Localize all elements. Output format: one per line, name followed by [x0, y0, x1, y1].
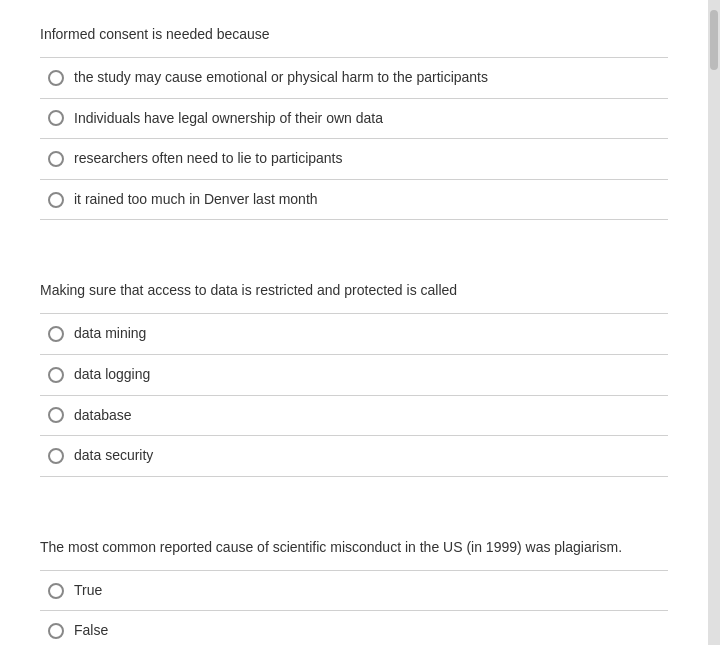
- radio-2-4[interactable]: [48, 448, 64, 464]
- option-item-1-3[interactable]: researchers often need to lie to partici…: [40, 139, 668, 180]
- option-label-1-4: it rained too much in Denver last month: [74, 190, 318, 210]
- option-label-2-3: database: [74, 406, 132, 426]
- gap-1: [40, 252, 668, 280]
- question-text-1: Informed consent is needed because: [40, 24, 668, 45]
- option-label-2-4: data security: [74, 446, 153, 466]
- option-label-3-1: True: [74, 581, 102, 601]
- radio-2-3[interactable]: [48, 407, 64, 423]
- radio-1-1[interactable]: [48, 70, 64, 86]
- content-area: Informed consent is needed because the s…: [0, 0, 708, 645]
- question-block-3: The most common reported cause of scient…: [40, 537, 668, 645]
- question-block-2: Making sure that access to data is restr…: [40, 280, 668, 476]
- option-item-1-2[interactable]: Individuals have legal ownership of thei…: [40, 99, 668, 140]
- question-block-1: Informed consent is needed because the s…: [40, 24, 668, 220]
- radio-1-3[interactable]: [48, 151, 64, 167]
- option-list-3: True False: [40, 570, 668, 645]
- option-label-3-2: False: [74, 621, 108, 641]
- option-list-1: the study may cause emotional or physica…: [40, 57, 668, 220]
- scrollbar-track[interactable]: [708, 0, 720, 645]
- option-label-1-3: researchers often need to lie to partici…: [74, 149, 343, 169]
- option-item-2-1[interactable]: data mining: [40, 314, 668, 355]
- question-text-3: The most common reported cause of scient…: [40, 537, 668, 558]
- option-list-2: data mining data logging database data s…: [40, 313, 668, 476]
- question-text-2: Making sure that access to data is restr…: [40, 280, 668, 301]
- option-label-2-1: data mining: [74, 324, 146, 344]
- radio-2-2[interactable]: [48, 367, 64, 383]
- option-item-3-2[interactable]: False: [40, 611, 668, 645]
- option-item-1-1[interactable]: the study may cause emotional or physica…: [40, 58, 668, 99]
- option-label-1-1: the study may cause emotional or physica…: [74, 68, 488, 88]
- option-item-2-4[interactable]: data security: [40, 436, 668, 477]
- radio-3-2[interactable]: [48, 623, 64, 639]
- option-label-1-2: Individuals have legal ownership of thei…: [74, 109, 383, 129]
- radio-3-1[interactable]: [48, 583, 64, 599]
- radio-2-1[interactable]: [48, 326, 64, 342]
- gap-2: [40, 509, 668, 537]
- option-item-3-1[interactable]: True: [40, 571, 668, 612]
- option-item-2-3[interactable]: database: [40, 396, 668, 437]
- option-item-1-4[interactable]: it rained too much in Denver last month: [40, 180, 668, 221]
- radio-1-2[interactable]: [48, 110, 64, 126]
- radio-1-4[interactable]: [48, 192, 64, 208]
- option-label-2-2: data logging: [74, 365, 150, 385]
- option-item-2-2[interactable]: data logging: [40, 355, 668, 396]
- page-wrapper: Informed consent is needed because the s…: [0, 0, 720, 645]
- scrollbar-thumb[interactable]: [710, 10, 718, 70]
